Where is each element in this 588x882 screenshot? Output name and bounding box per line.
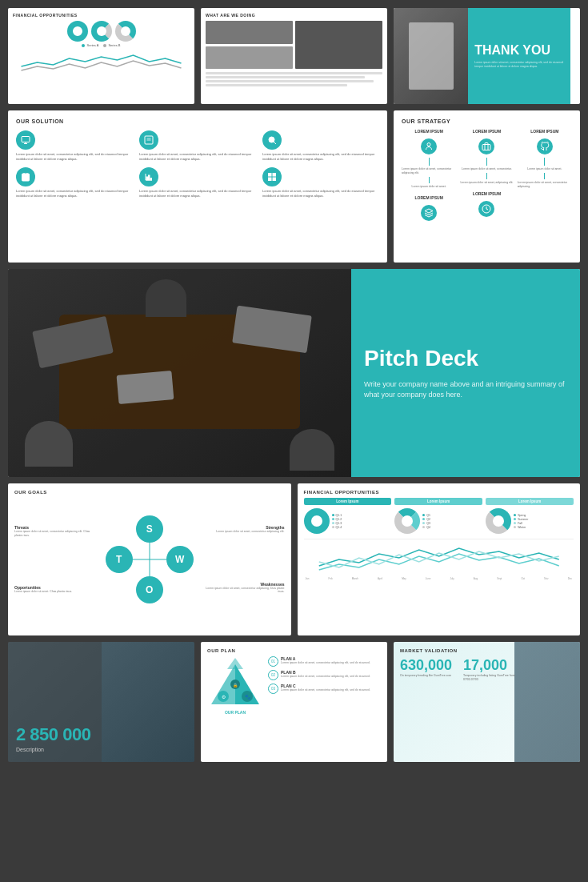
grid-svg [267, 172, 277, 182]
overlay [8, 269, 351, 477]
plan-num-3: 03 [268, 684, 278, 694]
text-lines [206, 72, 382, 86]
strategy-icon-svg-1b [424, 208, 434, 218]
strategy-line-2 [486, 158, 487, 166]
strategy-icon-3 [537, 138, 553, 154]
our-plan-content: ⚙ 🐾 🔒 OUR PLAN 01 PLAN A Lorem ipsum dol… [207, 656, 381, 715]
plan-num-2: 02 [268, 670, 278, 680]
x-label-jan: Jan [306, 577, 310, 580]
swot-wrapper: S T W O [106, 515, 194, 603]
fin-donut-col-1: Q1.1 Q1.2 Q1.3 Q1.4 [304, 508, 392, 534]
text-line-3 [206, 80, 374, 82]
solution-icon-monitor [16, 130, 35, 150]
strategy-line-2b [486, 173, 487, 179]
solution-text-1: Lorem ipsum dolor sit amet, consectetur … [16, 152, 133, 161]
svg-marker-27 [227, 658, 243, 669]
hero-text-panel: Pitch Deck Write your company name above… [351, 269, 580, 477]
goals-right-labels: Strengths Lorem ipsum dolor sit amet, co… [203, 498, 284, 621]
market-stat-2: 17,000 Temporary including listing GumTr… [463, 658, 522, 682]
fin-wave-chart: Jan Feb March April May June July Aug Se… [304, 539, 574, 580]
market-label-2: Temporary including listing GumTree from… [463, 674, 522, 682]
strategy-columns: LOREM IPSUM Lorem ipsum dolor sit amet, … [402, 129, 572, 223]
strategy-line-1 [429, 158, 430, 166]
fin-donut-col-3: Spring Summer Fall Winter [486, 508, 574, 534]
slide-what-are-we-doing: WHAT ARE WE DOING [201, 8, 387, 104]
strategy-icon-svg-2b [482, 204, 491, 214]
photo-grid [206, 21, 382, 69]
opportunities-section: Opportunities Lorem ipsum dolor sit amet… [14, 585, 95, 594]
slide-thank-you: THANK YOU Lorem ipsum dolor sit amet, co… [394, 8, 580, 104]
solution-item-3: Lorem ipsum dolor sit amet, consectetur … [262, 130, 379, 161]
plan-text-1: PLAN A Lorem ipsum dolor sit amet, conse… [281, 656, 370, 665]
slide-our-strategy: OUR STRATEGY LOREM IPSUM Lorem ipsum dol… [394, 110, 580, 263]
x-label-march: March [352, 577, 358, 580]
strategy-icon-svg-3 [540, 142, 550, 151]
donut-2 [91, 21, 112, 42]
legend-label2: Series B [108, 43, 120, 47]
x-label-may: May [402, 577, 406, 580]
x-label-aug: Aug [474, 577, 478, 580]
plan-triangle-container: ⚙ 🐾 🔒 OUR PLAN [207, 656, 263, 715]
big-number-desc: Description [16, 747, 186, 752]
x-label-april: April [378, 577, 382, 580]
fin-wave-svg [304, 542, 574, 574]
hero-subtitle: Write your company name above and an int… [364, 379, 567, 401]
calendar-svg [21, 172, 30, 182]
donut-1 [67, 21, 88, 42]
desktop-svg [144, 135, 154, 145]
svg-text:⚙: ⚙ [222, 695, 226, 700]
search-svg [267, 135, 277, 145]
x-label-sept: Sept [497, 577, 502, 580]
solution-item-1: Lorem ipsum dolor sit amet, consectetur … [16, 130, 133, 161]
solution-icon-search [262, 130, 282, 150]
big-number-value: 2 850 000 [16, 724, 186, 745]
svg-rect-14 [146, 177, 148, 180]
plan-items-list: 01 PLAN A Lorem ipsum dolor sit amet, co… [268, 656, 381, 694]
legend-dot-gray [103, 44, 106, 47]
strategy-label-1b: LOREM IPSUM [415, 195, 443, 200]
swot-lines-svg [106, 515, 194, 603]
slide-our-solution: OUR SOLUTION Lorem ipsum dolor sit amet,… [8, 110, 387, 263]
x-label-july: July [450, 577, 454, 580]
strengths-text: Lorem ipsum dolor sit amet, consectetur … [203, 530, 284, 534]
svg-rect-0 [22, 137, 30, 142]
plan-label: OUR PLAN [225, 710, 246, 715]
strategy-text-1a: Lorem ipsum dolor sit amet, consectetur … [402, 167, 456, 175]
slide-financial-opportunities-2: FINANCIAL OPPORTUNITIES Lorem Ipsum Lore… [298, 483, 581, 635]
solution-text-4: Lorem ipsum dolor sit amet, consectetur … [16, 189, 133, 198]
row4-container: OUR GOALS Threats Lorem ipsum dolor sit … [8, 483, 580, 635]
solution-item-6: Lorem ipsum dolor sit amet, consectetur … [262, 167, 379, 198]
hero-title: Pitch Deck [364, 346, 567, 371]
fin-legend-3: Spring Summer Fall Winter [514, 514, 528, 529]
legend-teal: Series A [82, 43, 98, 47]
plan-item-2: 02 PLAN B Lorem ipsum dolor sit amet, co… [268, 670, 381, 680]
solution-icon-chart [139, 167, 158, 186]
plan-desc-2: Lorem ipsum dolor sit amet, consectetur … [281, 675, 370, 679]
market-stat-1: 630,000 On temporary heading like GumTre… [400, 658, 458, 682]
slide-our-goals: OUR GOALS Threats Lorem ipsum dolor sit … [8, 483, 291, 635]
text-line-1 [206, 72, 382, 74]
monitor-svg [21, 135, 30, 145]
solution-icon-grid [262, 167, 282, 186]
strategy-col-1: LOREM IPSUM Lorem ipsum dolor sit amet, … [402, 129, 456, 223]
our-plan-title: OUR PLAN [207, 648, 381, 653]
solution-text-6: Lorem ipsum dolor sit amet, consectetur … [262, 189, 379, 198]
strategy-col-3: LOREM IPSUM Lorem ipsum dolor sit amet. … [518, 129, 572, 223]
svg-rect-15 [149, 175, 150, 180]
weaknesses-text: Lorem ipsum dolor sit amet, consectetur … [203, 587, 284, 594]
svg-point-21 [427, 143, 430, 146]
svg-rect-20 [273, 178, 276, 181]
strategy-text-1b: Lorem ipsum dolor sit amet. [412, 185, 446, 189]
goals-left-labels: Threats Lorem ipsum dolor sit amet, cons… [14, 498, 95, 621]
text-line-2 [206, 76, 365, 78]
fin-header-3: Lorem Ipsum [486, 498, 574, 505]
threats-text: Lorem ipsum dolor sit amet, consectetur … [14, 530, 95, 537]
strategy-label-3: LOREM IPSUM [530, 129, 558, 134]
strategy-line-3 [544, 158, 545, 166]
slide-our-plan: OUR PLAN ⚙ 🐾 🔒 [201, 642, 387, 762]
slide-financial-opportunities-1: FINANCIAL OPPORTUNITIES Series A Series … [8, 8, 194, 104]
strategy-line-1b [429, 177, 430, 183]
slide3-body: Lorem ipsum dolor sit amet, consectetur … [474, 61, 564, 70]
our-solution-title: OUR SOLUTION [16, 118, 379, 124]
text-line-4 [206, 84, 347, 86]
